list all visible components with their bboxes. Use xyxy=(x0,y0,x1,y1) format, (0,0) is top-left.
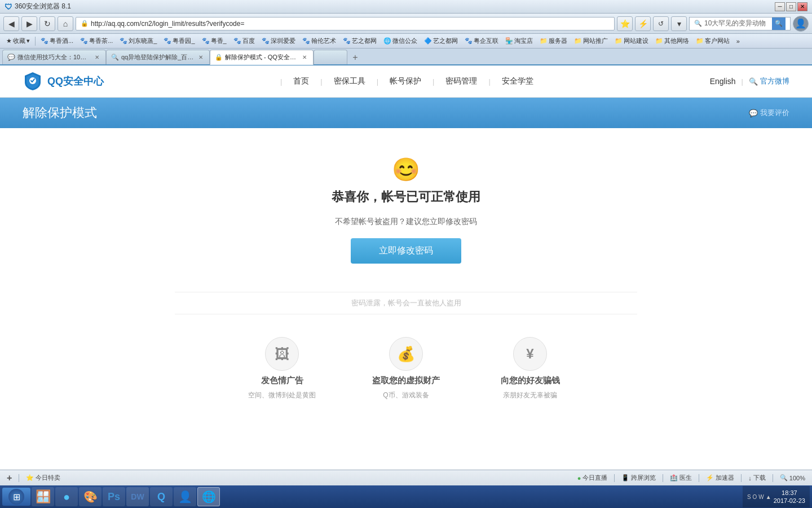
feedback-link[interactable]: 💬 我要评价 xyxy=(749,108,789,118)
status-today-sale[interactable]: ⭐ 今日特卖 xyxy=(24,474,63,482)
bookmark-17[interactable]: 📁 其他网络 xyxy=(652,36,692,46)
dropdown-button[interactable]: ▾ xyxy=(671,16,687,31)
status-sep-2 xyxy=(663,474,663,482)
bookmark-6[interactable]: 🐾 百度 xyxy=(231,36,258,46)
maximize-button[interactable]: □ xyxy=(786,2,796,11)
new-tab-button[interactable]: + xyxy=(348,51,362,64)
sys-tray-icons[interactable]: S O W ▲ xyxy=(747,494,771,500)
bookmark-9[interactable]: 🐾 艺之都网 xyxy=(340,36,379,46)
nav-tools[interactable]: 密保工具 xyxy=(334,73,365,89)
refresh-button[interactable]: ↻ xyxy=(39,16,55,31)
status-zoom[interactable]: 🔍 100% xyxy=(778,474,807,481)
status-bar: + ⭐ 今日特卖 ● 今日直播 📱 跨屏浏览 🏥 医生 ⚡ 加速器 ↓ 下载 xyxy=(0,470,812,485)
taskbar-app-5[interactable]: Q xyxy=(150,487,173,506)
taskbar-app-0[interactable]: 🪟 xyxy=(32,487,54,506)
divider-text: 密码泄露，帐号会一直被他人盗用 xyxy=(351,299,461,307)
status-download[interactable]: ↓ 下载 xyxy=(746,474,768,482)
tab-3[interactable] xyxy=(314,50,347,64)
status-doctor[interactable]: 🏥 医生 xyxy=(668,474,694,482)
bookmark-8[interactable]: 🐾 翰伦艺术 xyxy=(299,36,339,46)
window-controls: ─ □ ✕ xyxy=(775,2,807,11)
bookmark-14[interactable]: 📁 服务器 xyxy=(537,36,570,46)
qq-header-right: English | 🔍 官方微博 xyxy=(710,74,789,89)
risk-title-2: 向您的好友骗钱 xyxy=(501,375,560,386)
bookmark-11[interactable]: 🔷 艺之都网 xyxy=(421,36,461,46)
bookmark-18[interactable]: 📁 客户网站 xyxy=(693,36,732,46)
zoom-icon: 🔍 xyxy=(780,474,788,481)
home-button[interactable]: ⌂ xyxy=(58,16,73,31)
taskbar-app-4[interactable]: DW xyxy=(126,487,149,506)
taskbar-right: S O W ▲ 18:37 2017-02-23 xyxy=(743,486,810,507)
forward-button[interactable]: ▶ xyxy=(21,16,37,31)
start-button[interactable]: ⊞ xyxy=(2,488,30,506)
minimize-button[interactable]: ─ xyxy=(775,2,785,11)
status-accelerator[interactable]: ⚡ 加速器 xyxy=(704,474,736,482)
comment-icon: 💬 xyxy=(749,109,758,117)
bookmark-icon-10: 🌐 xyxy=(383,37,391,45)
main-content-area[interactable]: QQ安全中心 | 首页 | 密保工具 | 帐号保护 | 密码管理 | 安全学堂 … xyxy=(0,65,812,470)
bookmark-icon-14: 📁 xyxy=(540,37,548,45)
qq-weibo-link[interactable]: 🔍 官方微博 xyxy=(749,76,789,86)
status-plus-button[interactable]: + xyxy=(5,473,14,483)
nav-home[interactable]: 首页 xyxy=(293,73,309,89)
bookmark-7[interactable]: 🐾 深圳爱爱 xyxy=(259,36,298,46)
change-password-button[interactable]: 立即修改密码 xyxy=(351,238,461,264)
tab-close-0[interactable]: ✕ xyxy=(93,54,101,62)
status-sep-0 xyxy=(19,474,19,482)
windows-icon: ⊞ xyxy=(8,489,24,505)
close-button[interactable]: ✕ xyxy=(797,2,807,11)
bookmark-10[interactable]: 🌐 微信公众 xyxy=(381,36,420,46)
taskbar-app-6[interactable]: 👤 xyxy=(174,487,196,506)
bookmark-icon-7: 🐾 xyxy=(262,37,270,45)
back-button[interactable]: ◀ xyxy=(3,16,19,31)
taskbar-app-3[interactable]: Ps xyxy=(103,487,125,506)
qq-nav-separator-2: | xyxy=(377,77,378,86)
bookmark-1[interactable]: 🐾 粤香酒... xyxy=(38,36,76,46)
search-submit-button[interactable]: 🔍 xyxy=(772,17,785,30)
download-icon: ↓ xyxy=(748,475,752,481)
bookmark-3[interactable]: 🐾 刘东晓蒸_ xyxy=(117,36,160,46)
tab-2[interactable]: 🔒 解除保护模式 - QQ安全中心 ✕ xyxy=(210,50,314,65)
lightning-button[interactable]: ⚡ xyxy=(635,16,651,31)
bookmark-16[interactable]: 📁 网站建设 xyxy=(612,36,651,46)
bookmarks-more[interactable]: » xyxy=(734,37,743,46)
address-bar[interactable]: 🔒 http://aq.qq.com/cn2/login_limit/resul… xyxy=(76,17,615,30)
search-bar[interactable]: 🔍 10大罕见的变异动物 🔍 xyxy=(689,17,791,30)
status-live[interactable]: ● 今日直播 xyxy=(575,474,610,482)
bookmark-favorites[interactable]: ★ 收藏 ▾ xyxy=(3,36,33,46)
bookmark-12[interactable]: 🐾 粤企互联 xyxy=(462,36,501,46)
favorites-button[interactable]: ⭐ xyxy=(617,16,633,31)
bookmark-5[interactable]: 🐾 粤香_ xyxy=(199,36,230,46)
nav-account-protection[interactable]: 帐号保护 xyxy=(390,73,421,89)
user-avatar[interactable]: 👤 xyxy=(793,16,809,32)
crossscreen-icon: 📱 xyxy=(621,474,629,481)
bookmark-icon-4: 🐾 xyxy=(164,37,171,45)
nav-password-mgmt[interactable]: 密码管理 xyxy=(445,73,477,89)
taskbar-app-2[interactable]: 🎨 xyxy=(79,487,102,506)
bookmark-icon-9: 🐾 xyxy=(343,37,351,45)
bookmark-4[interactable]: 🐾 粤香园_ xyxy=(161,36,197,46)
qq-nav-separator-0: | xyxy=(280,77,282,86)
tab-close-2[interactable]: ✕ xyxy=(301,54,308,62)
bookmark-15[interactable]: 📁 网站推广 xyxy=(571,36,611,46)
bookmark-13[interactable]: 🏪 淘宝店 xyxy=(502,36,536,46)
bookmark-icon-6: 🐾 xyxy=(233,37,241,45)
sale-icon: ⭐ xyxy=(26,474,34,481)
status-crossscreen[interactable]: 📱 跨屏浏览 xyxy=(619,474,658,482)
tab-0[interactable]: 💬 微信使用技巧大全：10个微信… ✕ xyxy=(2,50,106,64)
nav-english[interactable]: English xyxy=(710,74,736,89)
bookmark-icon-8: 🐾 xyxy=(302,37,310,45)
tab-1[interactable]: 🔍 qq异地登陆保护解除_百度搜索 ✕ xyxy=(106,50,210,64)
content-area: 😊 恭喜你，帐号已可正常使用 不希望帐号被盗用？建议您立即修改密码 立即修改密码… xyxy=(152,128,660,428)
qq-nav-separator-3: | xyxy=(433,77,434,86)
live-icon: ● xyxy=(577,475,581,481)
bookmark-2[interactable]: 🐾 粤香茶... xyxy=(77,36,116,46)
page-banner: 解除保护模式 💬 我要评价 xyxy=(0,98,812,128)
browser-logo: 🛡 xyxy=(5,2,12,11)
taskbar-app-7[interactable]: 🌐 xyxy=(197,487,220,506)
tab-close-1[interactable]: ✕ xyxy=(197,54,205,62)
refresh2-button[interactable]: ↺ xyxy=(653,16,669,31)
nav-security-class[interactable]: 安全学堂 xyxy=(502,73,533,89)
taskbar-app-1[interactable]: ● xyxy=(55,487,78,506)
tray-icon-arrow: ▲ xyxy=(766,494,771,500)
